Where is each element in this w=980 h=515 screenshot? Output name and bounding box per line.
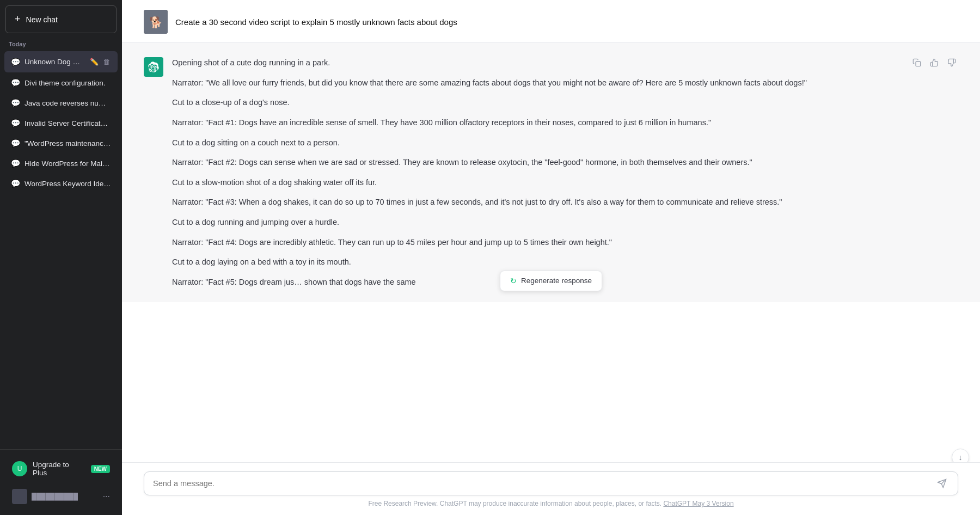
sidebar-item-java-code[interactable]: 💬 Java code reverses numbers. bbox=[4, 93, 118, 113]
msg-para-1: Opening shot of a cute dog running in a … bbox=[172, 56, 902, 70]
message-top: Opening shot of a cute dog running in a … bbox=[144, 56, 958, 289]
input-area: Free Research Preview. ChatGPT may produ… bbox=[122, 462, 980, 515]
chat-icon: 💬 bbox=[11, 99, 20, 107]
new-badge: NEW bbox=[91, 465, 110, 473]
user-avatar-small bbox=[12, 489, 27, 504]
upgrade-label: Upgrade to Plus bbox=[33, 461, 85, 477]
sidebar-item-wordpress-keyword[interactable]: 💬 WordPress Keyword Ideas. bbox=[4, 174, 118, 193]
user-menu-dots[interactable]: ··· bbox=[103, 492, 110, 501]
msg-para-4: Narrator: "Fact #1: Dogs have an incredi… bbox=[172, 116, 902, 130]
chat-item-label: Unknown Dog Facts. bbox=[24, 58, 84, 66]
chat-icon: 💬 bbox=[11, 119, 20, 127]
user-row[interactable]: ██████████ ··· bbox=[5, 483, 117, 510]
regenerate-icon: ↻ bbox=[510, 277, 517, 285]
chat-item-label: "WordPress maintenance plug bbox=[24, 139, 111, 148]
chat-header: 🐕 Create a 30 second video script to exp… bbox=[122, 0, 980, 43]
send-button[interactable] bbox=[935, 479, 949, 488]
message-input[interactable] bbox=[153, 479, 935, 488]
footer-link[interactable]: ChatGPT May 3 Version bbox=[663, 500, 733, 507]
svg-text:🐕: 🐕 bbox=[149, 16, 163, 29]
regenerate-label: Regenerate response bbox=[521, 277, 592, 285]
delete-icon[interactable]: 🗑 bbox=[102, 57, 111, 67]
chat-icon: 💬 bbox=[11, 58, 20, 66]
user-text-placeholder: ██████████ bbox=[32, 493, 99, 500]
chat-list: 💬 Unknown Dog Facts. ✏️ 🗑 💬 Divi theme c… bbox=[0, 51, 122, 449]
chat-item-label: Invalid Server Certificate Error bbox=[24, 119, 111, 127]
sidebar-item-wordpress-maintenance[interactable]: 💬 "WordPress maintenance plug bbox=[4, 133, 118, 153]
message-block-assistant: Opening shot of a cute dog running in a … bbox=[122, 43, 980, 302]
new-chat-label: New chat bbox=[26, 15, 58, 24]
input-box bbox=[144, 471, 958, 495]
sidebar-bottom: U Upgrade to Plus NEW ██████████ ··· bbox=[0, 449, 122, 515]
chat-item-actions: ✏️ 🗑 bbox=[89, 57, 111, 67]
msg-para-2: Narrator: "We all love our furry friends… bbox=[172, 76, 902, 90]
edit-icon[interactable]: ✏️ bbox=[89, 57, 100, 67]
thumbs-down-button[interactable] bbox=[945, 56, 958, 69]
user-avatar: U bbox=[12, 461, 27, 476]
upgrade-to-plus-button[interactable]: U Upgrade to Plus NEW bbox=[5, 455, 117, 482]
msg-para-10: Narrator: "Fact #4: Dogs are incredibly … bbox=[172, 236, 902, 249]
footer-note: Free Research Preview. ChatGPT may produ… bbox=[144, 495, 958, 510]
chat-icon: 💬 bbox=[11, 179, 20, 188]
sidebar-item-divi-theme[interactable]: 💬 Divi theme configuration. bbox=[4, 73, 118, 93]
chat-icon: 💬 bbox=[11, 139, 20, 148]
new-chat-button[interactable]: + New chat bbox=[5, 5, 117, 33]
regenerate-popup[interactable]: ↻ Regenerate response bbox=[500, 271, 602, 291]
chat-item-label: Java code reverses numbers. bbox=[24, 99, 111, 107]
gpt-avatar bbox=[144, 57, 163, 77]
chat-icon: 💬 bbox=[11, 159, 20, 168]
msg-para-5: Cut to a dog sitting on a couch next to … bbox=[172, 136, 902, 150]
message-actions bbox=[910, 56, 958, 69]
chat-body[interactable]: Opening shot of a cute dog running in a … bbox=[122, 43, 980, 462]
msg-para-8: Narrator: "Fact #3: When a dog shakes, i… bbox=[172, 195, 902, 209]
sidebar: + New chat Today 💬 Unknown Dog Facts. ✏️… bbox=[0, 0, 122, 515]
sidebar-item-invalid-cert[interactable]: 💬 Invalid Server Certificate Error bbox=[4, 113, 118, 133]
thumbs-up-button[interactable] bbox=[928, 56, 941, 69]
scroll-down-icon: ↓ bbox=[959, 453, 963, 462]
msg-para-3: Cut to a close-up of a dog's nose. bbox=[172, 96, 902, 109]
sidebar-item-unknown-dog-facts[interactable]: 💬 Unknown Dog Facts. ✏️ 🗑 bbox=[4, 51, 118, 72]
main-content: 🐕 Create a 30 second video script to exp… bbox=[122, 0, 980, 515]
msg-para-6: Narrator: "Fact #2: Dogs can sense when … bbox=[172, 156, 902, 169]
chat-icon: 💬 bbox=[11, 78, 20, 87]
today-label: Today bbox=[0, 33, 122, 51]
plus-icon: + bbox=[15, 14, 21, 25]
msg-para-11: Cut to a dog laying on a bed with a toy … bbox=[172, 255, 902, 269]
chat-main-wrapper: Opening shot of a cute dog running in a … bbox=[122, 43, 980, 515]
chat-thumbnail: 🐕 bbox=[144, 10, 168, 34]
svg-rect-2 bbox=[916, 62, 921, 66]
sidebar-item-hide-wordpress[interactable]: 💬 Hide WordPress for Maintenar bbox=[4, 154, 118, 173]
msg-para-9: Cut to a dog running and jumping over a … bbox=[172, 216, 902, 229]
chat-item-label: Divi theme configuration. bbox=[24, 79, 111, 87]
chat-item-label: WordPress Keyword Ideas. bbox=[24, 180, 111, 188]
chat-item-label: Hide WordPress for Maintenar bbox=[24, 160, 111, 168]
copy-button[interactable] bbox=[910, 56, 923, 69]
message-content: Opening shot of a cute dog running in a … bbox=[172, 56, 902, 289]
msg-para-7: Cut to a slow-motion shot of a dog shaki… bbox=[172, 176, 902, 189]
chat-header-title: Create a 30 second video script to expla… bbox=[175, 17, 457, 27]
footer-text: Free Research Preview. ChatGPT may produ… bbox=[368, 500, 661, 507]
